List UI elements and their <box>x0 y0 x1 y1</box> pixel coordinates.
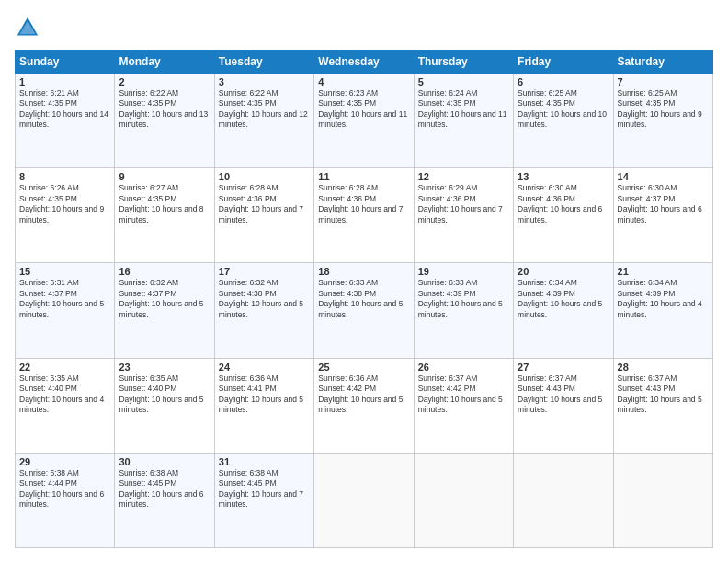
weekday-header-cell: Friday <box>514 51 613 74</box>
calendar-day-cell <box>314 453 414 547</box>
day-info: Sunrise: 6:30 AMSunset: 4:37 PMDaylight:… <box>618 183 709 225</box>
calendar-day-cell: 12 Sunrise: 6:29 AMSunset: 4:36 PMDaylig… <box>414 168 513 263</box>
day-info: Sunrise: 6:28 AMSunset: 4:36 PMDaylight:… <box>318 183 409 225</box>
day-number: 8 <box>19 171 110 182</box>
day-number: 21 <box>618 266 709 277</box>
day-number: 19 <box>418 266 509 277</box>
calendar-day-cell: 10 Sunrise: 6:28 AMSunset: 4:36 PMDaylig… <box>214 168 313 263</box>
calendar-day-cell: 18 Sunrise: 6:33 AMSunset: 4:38 PMDaylig… <box>314 263 414 358</box>
day-info: Sunrise: 6:22 AMSunset: 4:35 PMDaylight:… <box>119 88 210 131</box>
day-number: 24 <box>219 362 310 373</box>
day-info: Sunrise: 6:32 AMSunset: 4:37 PMDaylight:… <box>119 278 210 320</box>
calendar-day-cell: 5 Sunrise: 6:24 AMSunset: 4:35 PMDayligh… <box>414 74 513 168</box>
calendar-day-cell: 2 Sunrise: 6:22 AMSunset: 4:35 PMDayligh… <box>115 74 214 168</box>
calendar-day-cell: 17 Sunrise: 6:32 AMSunset: 4:38 PMDaylig… <box>214 263 313 358</box>
calendar-week-row: 29 Sunrise: 6:38 AMSunset: 4:44 PMDaylig… <box>16 453 713 547</box>
day-number: 12 <box>418 171 509 182</box>
day-info: Sunrise: 6:33 AMSunset: 4:39 PMDaylight:… <box>418 278 509 320</box>
day-number: 30 <box>119 456 210 467</box>
calendar-day-cell: 20 Sunrise: 6:34 AMSunset: 4:39 PMDaylig… <box>514 263 613 358</box>
day-info: Sunrise: 6:22 AMSunset: 4:35 PMDaylight:… <box>219 88 310 131</box>
calendar-day-cell: 4 Sunrise: 6:23 AMSunset: 4:35 PMDayligh… <box>314 74 414 168</box>
day-info: Sunrise: 6:38 AMSunset: 4:45 PMDaylight:… <box>219 468 310 511</box>
calendar-day-cell: 21 Sunrise: 6:34 AMSunset: 4:39 PMDaylig… <box>613 263 712 358</box>
calendar-day-cell: 31 Sunrise: 6:38 AMSunset: 4:45 PMDaylig… <box>214 453 313 547</box>
day-info: Sunrise: 6:37 AMSunset: 4:42 PMDaylight:… <box>418 373 509 416</box>
calendar-day-cell: 22 Sunrise: 6:35 AMSunset: 4:40 PMDaylig… <box>16 358 115 453</box>
day-number: 10 <box>219 171 310 182</box>
day-info: Sunrise: 6:26 AMSunset: 4:35 PMDaylight:… <box>19 183 110 225</box>
calendar-day-cell: 8 Sunrise: 6:26 AMSunset: 4:35 PMDayligh… <box>16 168 115 263</box>
calendar-day-cell: 29 Sunrise: 6:38 AMSunset: 4:44 PMDaylig… <box>16 453 115 547</box>
day-number: 28 <box>618 362 709 373</box>
calendar-day-cell: 26 Sunrise: 6:37 AMSunset: 4:42 PMDaylig… <box>414 358 513 453</box>
day-info: Sunrise: 6:24 AMSunset: 4:35 PMDaylight:… <box>418 88 509 131</box>
day-number: 23 <box>119 362 210 373</box>
day-info: Sunrise: 6:36 AMSunset: 4:41 PMDaylight:… <box>219 373 310 416</box>
day-number: 22 <box>19 362 110 373</box>
day-info: Sunrise: 6:32 AMSunset: 4:38 PMDaylight:… <box>219 278 310 320</box>
day-number: 4 <box>318 76 409 87</box>
day-info: Sunrise: 6:28 AMSunset: 4:36 PMDaylight:… <box>219 183 310 225</box>
calendar-week-row: 8 Sunrise: 6:26 AMSunset: 4:35 PMDayligh… <box>16 168 713 263</box>
calendar-day-cell: 3 Sunrise: 6:22 AMSunset: 4:35 PMDayligh… <box>214 74 313 168</box>
day-number: 9 <box>119 171 210 182</box>
day-info: Sunrise: 6:23 AMSunset: 4:35 PMDaylight:… <box>318 88 409 131</box>
calendar-week-row: 1 Sunrise: 6:21 AMSunset: 4:35 PMDayligh… <box>16 74 713 168</box>
calendar-day-cell: 23 Sunrise: 6:35 AMSunset: 4:40 PMDaylig… <box>115 358 214 453</box>
day-number: 7 <box>618 76 709 87</box>
calendar-week-row: 22 Sunrise: 6:35 AMSunset: 4:40 PMDaylig… <box>16 358 713 453</box>
calendar-day-cell: 30 Sunrise: 6:38 AMSunset: 4:45 PMDaylig… <box>115 453 214 547</box>
day-number: 20 <box>518 266 609 277</box>
weekday-header-cell: Tuesday <box>214 51 313 74</box>
day-info: Sunrise: 6:37 AMSunset: 4:43 PMDaylight:… <box>618 373 709 416</box>
day-info: Sunrise: 6:38 AMSunset: 4:45 PMDaylight:… <box>119 468 210 511</box>
calendar-day-cell <box>414 453 513 547</box>
day-number: 29 <box>19 456 110 467</box>
calendar-day-cell: 9 Sunrise: 6:27 AMSunset: 4:35 PMDayligh… <box>115 168 214 263</box>
day-number: 3 <box>219 76 310 87</box>
day-number: 5 <box>418 76 509 87</box>
weekday-header-cell: Thursday <box>414 51 513 74</box>
weekday-header-cell: Wednesday <box>314 51 414 74</box>
day-info: Sunrise: 6:35 AMSunset: 4:40 PMDaylight:… <box>119 373 210 416</box>
calendar-day-cell <box>613 453 712 547</box>
day-info: Sunrise: 6:37 AMSunset: 4:43 PMDaylight:… <box>518 373 609 416</box>
day-number: 2 <box>119 76 210 87</box>
day-number: 31 <box>219 456 310 467</box>
calendar-week-row: 15 Sunrise: 6:31 AMSunset: 4:37 PMDaylig… <box>16 263 713 358</box>
day-info: Sunrise: 6:30 AMSunset: 4:36 PMDaylight:… <box>518 183 609 225</box>
calendar-day-cell: 25 Sunrise: 6:36 AMSunset: 4:42 PMDaylig… <box>314 358 414 453</box>
calendar-day-cell: 28 Sunrise: 6:37 AMSunset: 4:43 PMDaylig… <box>613 358 712 453</box>
weekday-header-row: SundayMondayTuesdayWednesdayThursdayFrid… <box>16 51 713 74</box>
day-info: Sunrise: 6:25 AMSunset: 4:35 PMDaylight:… <box>518 88 609 131</box>
calendar-body: 1 Sunrise: 6:21 AMSunset: 4:35 PMDayligh… <box>16 74 713 548</box>
weekday-header-cell: Saturday <box>613 51 712 74</box>
logo-icon <box>15 15 40 40</box>
page: SundayMondayTuesdayWednesdayThursdayFrid… <box>0 0 728 563</box>
header <box>15 15 713 40</box>
calendar-day-cell: 27 Sunrise: 6:37 AMSunset: 4:43 PMDaylig… <box>514 358 613 453</box>
weekday-header-cell: Monday <box>115 51 214 74</box>
day-number: 16 <box>119 266 210 277</box>
day-number: 18 <box>318 266 409 277</box>
day-info: Sunrise: 6:21 AMSunset: 4:35 PMDaylight:… <box>19 88 110 131</box>
day-number: 17 <box>219 266 310 277</box>
day-number: 13 <box>518 171 609 182</box>
calendar-day-cell: 7 Sunrise: 6:25 AMSunset: 4:35 PMDayligh… <box>613 74 712 168</box>
calendar-day-cell: 15 Sunrise: 6:31 AMSunset: 4:37 PMDaylig… <box>16 263 115 358</box>
day-number: 6 <box>518 76 609 87</box>
day-info: Sunrise: 6:31 AMSunset: 4:37 PMDaylight:… <box>19 278 110 320</box>
day-info: Sunrise: 6:36 AMSunset: 4:42 PMDaylight:… <box>318 373 409 416</box>
calendar-day-cell: 19 Sunrise: 6:33 AMSunset: 4:39 PMDaylig… <box>414 263 513 358</box>
day-info: Sunrise: 6:34 AMSunset: 4:39 PMDaylight:… <box>518 278 609 320</box>
calendar-day-cell: 24 Sunrise: 6:36 AMSunset: 4:41 PMDaylig… <box>214 358 313 453</box>
day-info: Sunrise: 6:35 AMSunset: 4:40 PMDaylight:… <box>19 373 110 416</box>
calendar-day-cell: 14 Sunrise: 6:30 AMSunset: 4:37 PMDaylig… <box>613 168 712 263</box>
calendar-table: SundayMondayTuesdayWednesdayThursdayFrid… <box>15 50 713 548</box>
day-info: Sunrise: 6:33 AMSunset: 4:38 PMDaylight:… <box>318 278 409 320</box>
calendar-day-cell: 11 Sunrise: 6:28 AMSunset: 4:36 PMDaylig… <box>314 168 414 263</box>
day-info: Sunrise: 6:27 AMSunset: 4:35 PMDaylight:… <box>119 183 210 225</box>
day-info: Sunrise: 6:38 AMSunset: 4:44 PMDaylight:… <box>19 468 110 511</box>
logo <box>15 15 44 40</box>
